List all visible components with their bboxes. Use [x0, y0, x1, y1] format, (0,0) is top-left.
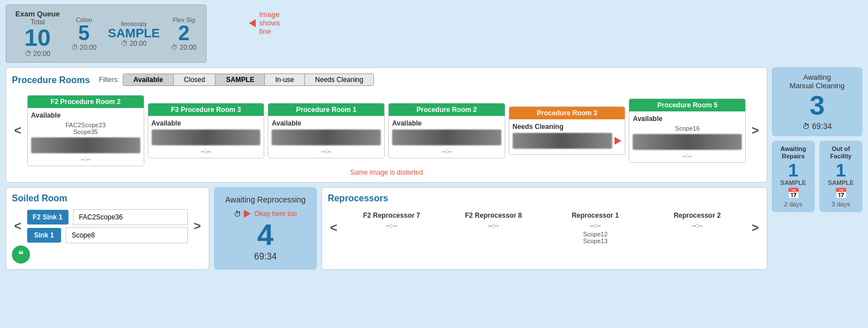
room-status-f2proc2: Available	[31, 111, 140, 119]
colon-time: ⏱ 20:00	[71, 44, 97, 51]
awaiting-reproc-section: Awaiting Reprocessing ⏱ Okay here too 4	[214, 187, 317, 270]
left-panel: Procedure Rooms Filters: Available Close…	[6, 67, 767, 270]
clock-icon: ⏱	[171, 44, 178, 51]
reproc-time-1: --:--	[444, 222, 543, 230]
reproc-prev-arrow[interactable]: <	[328, 221, 340, 235]
room-header-f2proc2: F2 Procedure Room 2	[28, 96, 144, 108]
small-stats-row: Awaiting Repairs 1 SAMPLE 📅 2 days Out o…	[772, 141, 862, 212]
flexsig-time: ⏱ 20:00	[171, 44, 196, 51]
out-of-facility-panel: Out of Facility 1 SAMPLE 📅 3 days	[819, 141, 862, 212]
room-body-f2proc2: Available FAC2Scope23Scope35 --:--	[28, 108, 144, 166]
awaiting-manual-time: 69:34	[812, 122, 832, 131]
comment-bubble[interactable]: ❝	[12, 245, 30, 264]
arrow-left-icon	[615, 137, 621, 145]
arrow-left-icon	[244, 210, 251, 218]
clock-icon: ⏱	[71, 44, 78, 51]
room-blurred-proc2	[392, 130, 501, 145]
rooms-prev-arrow[interactable]: <	[12, 123, 24, 138]
proc3-arrow	[615, 137, 621, 145]
out-of-facility-days: 3 days	[825, 201, 857, 208]
procedure-rooms-section: Procedure Rooms Filters: Available Close…	[6, 67, 767, 183]
sink-label-sink1: Sink 1	[27, 228, 61, 243]
awaiting-manual-num: 3	[777, 92, 857, 119]
main-content: Procedure Rooms Filters: Available Close…	[0, 67, 868, 275]
filter-inuse[interactable]: In-use	[265, 74, 304, 85]
soiled-next-arrow[interactable]: >	[191, 219, 203, 234]
room-body-proc5: Available Scope16 --:--	[629, 111, 745, 162]
category-colon: Colon 5 ⏱ 20:00	[71, 16, 97, 51]
rooms-next-arrow[interactable]: >	[749, 123, 761, 138]
room-body-f3proc3: Available --:--	[148, 116, 264, 158]
out-of-facility-num: 1	[825, 161, 857, 179]
room-time-f3proc3: --:--	[152, 148, 261, 154]
filter-needscleaning[interactable]: Needs Cleaning	[305, 74, 373, 85]
awaiting-repairs-panel: Awaiting Repairs 1 SAMPLE 📅 2 days	[772, 141, 815, 212]
reproc-col-0: F2 Reprocessor 7 --:--	[342, 212, 441, 230]
reproc-col-2: Reprocessor 1 --:-- Scope12Scope13	[545, 212, 645, 244]
reproc-cols: F2 Reprocessor 7 --:-- F2 Reprocessor 8 …	[342, 212, 747, 244]
sink-scope-f2sink1: FAC2Scope36	[73, 209, 188, 225]
await-reproc-clock-row: ⏱ Okay here too	[225, 208, 306, 220]
room-blurred-proc3	[513, 133, 613, 149]
total-time: ⏱ 20:00	[25, 50, 50, 58]
sink-scope-sink1: Scope8	[66, 227, 188, 243]
image-annotation: Image shows fine	[249, 10, 280, 36]
out-of-facility-label: SAMPLE	[825, 179, 857, 186]
soiled-prev-arrow[interactable]: <	[12, 219, 24, 234]
room-time-proc2: --:--	[392, 148, 501, 154]
reproc-col-3: Reprocessor 2 --:--	[647, 212, 747, 230]
ileoscopy-time: ⏱ 20:00	[121, 40, 147, 48]
filters-label: Filters:	[99, 76, 119, 84]
reprocessors-title: Reprocessors	[328, 193, 388, 204]
reproc-next-arrow[interactable]: >	[749, 221, 761, 235]
room-card-f3proc3: F3 Procedure Room 3 Available --:--	[148, 103, 265, 158]
await-reproc-num: 4	[225, 220, 306, 249]
sink-item-sink1: Sink 1 Scope8	[27, 227, 188, 243]
bottom-row: Soiled Room < F2 Sink 1 FAC2Scope36 Sink…	[6, 187, 767, 270]
reprocessors-section: Reprocessors < F2 Reprocessor 7 --:-- F2…	[321, 187, 767, 270]
awaiting-repairs-title: Awaiting Repairs	[777, 145, 809, 160]
reproc-scope-2: Scope12Scope13	[545, 231, 645, 244]
reproc-time-0: --:--	[342, 222, 441, 230]
rooms-row: < F2 Procedure Room 2 Available FAC2Scop…	[12, 95, 761, 166]
room-card-proc3: Procedure Room 3 Needs Cleaning	[509, 106, 626, 155]
filter-available[interactable]: Available	[123, 74, 174, 85]
room-status-proc3: Needs Cleaning	[513, 123, 622, 131]
room-blurred-proc5	[633, 134, 742, 150]
colon-num: 5	[78, 23, 89, 44]
room-blurred-f2proc2	[31, 137, 140, 153]
clock-icon: ⏱	[121, 40, 128, 48]
room-status-proc2: Available	[392, 119, 501, 127]
right-panels: AwaitingManual Cleaning 3 ⏱ 69:34 Awaiti…	[772, 67, 862, 270]
distorted-annotation: Same image is distorted	[12, 169, 761, 176]
clock-icon: ⏱	[802, 122, 810, 131]
exam-queue-title: Exam Queue	[15, 10, 60, 18]
awaiting-repairs-num: 1	[777, 161, 809, 179]
total-num: 10	[24, 26, 51, 50]
ileoscopy-num: SAMPLE	[108, 27, 160, 40]
awaiting-manual-title: AwaitingManual Cleaning	[777, 73, 857, 90]
okay-annotation: Okay here too	[244, 210, 297, 218]
reproc-time-3: --:--	[647, 222, 747, 230]
awaiting-manual-panel: AwaitingManual Cleaning 3 ⏱ 69:34	[772, 67, 862, 136]
room-card-proc1: Procedure Room 1 Available --:--	[268, 103, 385, 158]
soiled-sinks: F2 Sink 1 FAC2Scope36 Sink 1 Scope8	[27, 209, 188, 243]
reproc-time-2: --:--	[545, 222, 645, 230]
room-scope-proc5: Scope16	[633, 125, 742, 132]
room-body-proc3: Needs Cleaning	[509, 119, 625, 154]
room-body-proc2: Available --:--	[389, 116, 505, 158]
filter-sample[interactable]: SAMPLE	[216, 74, 265, 85]
reproc-col-title-0: F2 Reprocessor 7	[342, 212, 441, 219]
reproc-col-title-3: Reprocessor 2	[647, 212, 747, 219]
awaiting-manual-time-row: ⏱ 69:34	[777, 122, 857, 131]
filter-tabs[interactable]: Available Closed SAMPLE In-use Needs Cle…	[123, 74, 374, 86]
category-ileoscopy: Ileoscopy SAMPLE ⏱ 20:00	[108, 20, 160, 48]
filter-closed[interactable]: Closed	[174, 74, 216, 85]
room-time-proc1: --:--	[272, 148, 381, 154]
calendar-icon: 📅	[777, 187, 809, 200]
room-header-f3proc3: F3 Procedure Room 3	[148, 103, 264, 116]
sink-label-f2sink1: F2 Sink 1	[27, 210, 68, 225]
await-reproc-title: Awaiting Reprocessing	[225, 195, 306, 204]
sink-item-f2sink1: F2 Sink 1 FAC2Scope36	[27, 209, 188, 225]
room-status-proc5: Available	[633, 115, 742, 123]
